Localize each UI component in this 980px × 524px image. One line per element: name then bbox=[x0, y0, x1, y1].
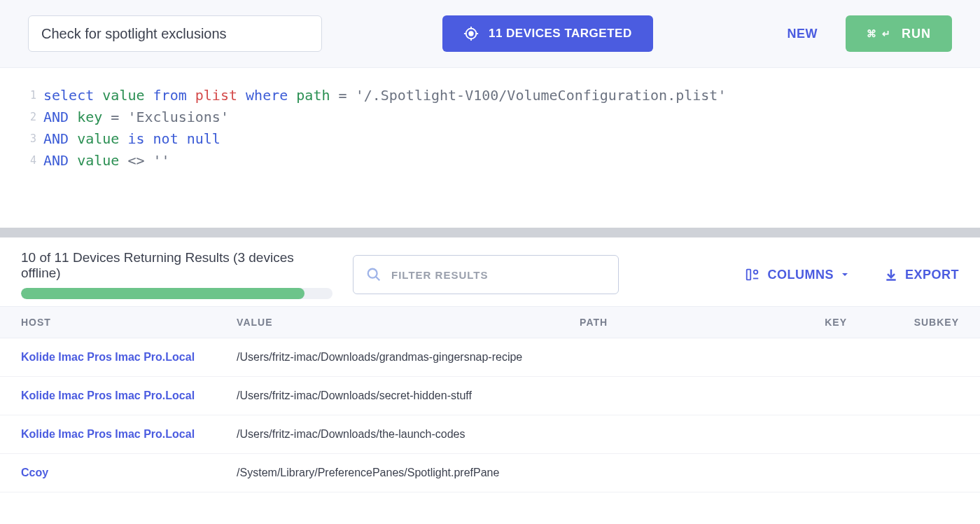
svg-point-1 bbox=[469, 32, 473, 36]
code-line: 3AND value is not null bbox=[21, 128, 959, 150]
cell-value: /System/Library/PreferencePanes/Spotligh… bbox=[216, 454, 559, 492]
table-row: Kolide Imac Pros Imac Pro.Local/Users/fr… bbox=[0, 338, 980, 377]
target-icon bbox=[463, 26, 479, 41]
chevron-down-icon bbox=[841, 270, 849, 279]
results-progress bbox=[21, 288, 332, 299]
code-content[interactable]: AND value is not null bbox=[43, 128, 220, 150]
filter-results-input[interactable] bbox=[391, 269, 606, 281]
col-value[interactable]: VALUE bbox=[216, 307, 559, 338]
code-content[interactable]: select value from plist where path = '/.… bbox=[43, 85, 726, 106]
cell-key bbox=[763, 454, 868, 492]
code-content[interactable]: AND value <> '' bbox=[43, 150, 170, 172]
cell-path bbox=[559, 454, 763, 492]
results-divider[interactable] bbox=[0, 228, 980, 237]
cell-subkey bbox=[868, 338, 980, 377]
svg-rect-8 bbox=[747, 270, 751, 280]
cell-path bbox=[559, 415, 763, 454]
export-button[interactable]: EXPORT bbox=[884, 268, 959, 282]
table-row: Kolide Imac Pros Imac Pro.Local/Users/fr… bbox=[0, 415, 980, 454]
svg-point-6 bbox=[368, 269, 377, 278]
cell-subkey bbox=[868, 415, 980, 454]
export-label: EXPORT bbox=[905, 268, 959, 282]
columns-button[interactable]: COLUMNS bbox=[745, 267, 849, 282]
line-number: 4 bbox=[21, 150, 36, 172]
code-line: 4AND value <> '' bbox=[21, 150, 959, 172]
cell-path bbox=[559, 377, 763, 415]
host-link[interactable]: Kolide Imac Pros Imac Pro.Local bbox=[21, 389, 195, 401]
cell-value: /Users/fritz-imac/Downloads/the-launch-c… bbox=[216, 415, 559, 454]
cell-path bbox=[559, 338, 763, 377]
svg-point-9 bbox=[754, 270, 758, 275]
results-right-controls: COLUMNS EXPORT bbox=[745, 267, 959, 282]
table-row: Ccoy/System/Library/PreferencePanes/Spot… bbox=[0, 454, 980, 492]
results-controls: 10 of 11 Devices Returning Results (3 de… bbox=[0, 237, 980, 306]
new-button[interactable]: NEW bbox=[774, 27, 832, 41]
devices-targeted-label: 11 DEVICES TARGETED bbox=[489, 27, 632, 41]
cell-value: /Users/fritz-imac/Downloads/grandmas-gin… bbox=[216, 338, 559, 377]
query-name-input[interactable] bbox=[28, 15, 322, 52]
run-shortcut-hint: ⌘ ↵ bbox=[867, 28, 892, 39]
cell-key bbox=[763, 415, 868, 454]
host-link[interactable]: Kolide Imac Pros Imac Pro.Local bbox=[21, 428, 195, 440]
results-status: 10 of 11 Devices Returning Results (3 de… bbox=[21, 250, 336, 299]
line-number: 2 bbox=[21, 106, 36, 128]
line-number: 3 bbox=[21, 128, 36, 150]
host-link[interactable]: Ccoy bbox=[21, 467, 48, 478]
results-table: HOST VALUE PATH KEY SUBKEY Kolide Imac P… bbox=[0, 306, 980, 492]
run-button-label: RUN bbox=[902, 27, 931, 41]
svg-line-7 bbox=[376, 277, 380, 281]
cell-value: /Users/fritz-imac/Downloads/secret-hidde… bbox=[216, 377, 559, 415]
run-button[interactable]: ⌘ ↵ RUN bbox=[846, 15, 952, 52]
columns-label: COLUMNS bbox=[767, 268, 834, 282]
col-subkey[interactable]: SUBKEY bbox=[868, 307, 980, 338]
line-number: 1 bbox=[21, 85, 36, 106]
filter-results-field[interactable] bbox=[353, 255, 619, 294]
sql-editor[interactable]: 1select value from plist where path = '/… bbox=[0, 68, 980, 228]
code-content[interactable]: AND key = 'Exclusions' bbox=[43, 106, 229, 128]
table-row: Kolide Imac Pros Imac Pro.Local/Users/fr… bbox=[0, 377, 980, 415]
devices-targeted-button[interactable]: 11 DEVICES TARGETED bbox=[442, 15, 653, 52]
cell-subkey bbox=[868, 454, 980, 492]
cell-subkey bbox=[868, 377, 980, 415]
results-header-row: HOST VALUE PATH KEY SUBKEY bbox=[0, 307, 980, 338]
columns-icon bbox=[745, 267, 760, 282]
results-progress-fill bbox=[21, 288, 304, 299]
query-header: 11 DEVICES TARGETED NEW ⌘ ↵ RUN bbox=[0, 0, 980, 68]
code-line: 2AND key = 'Exclusions' bbox=[21, 106, 959, 128]
results-status-text: 10 of 11 Devices Returning Results (3 de… bbox=[21, 250, 336, 281]
col-host[interactable]: HOST bbox=[0, 307, 216, 338]
cell-key bbox=[763, 338, 868, 377]
cell-key bbox=[763, 377, 868, 415]
download-icon bbox=[884, 268, 898, 282]
col-key[interactable]: KEY bbox=[763, 307, 868, 338]
col-path[interactable]: PATH bbox=[559, 307, 763, 338]
code-line: 1select value from plist where path = '/… bbox=[21, 85, 959, 106]
search-icon bbox=[366, 267, 382, 282]
host-link[interactable]: Kolide Imac Pros Imac Pro.Local bbox=[21, 351, 195, 363]
